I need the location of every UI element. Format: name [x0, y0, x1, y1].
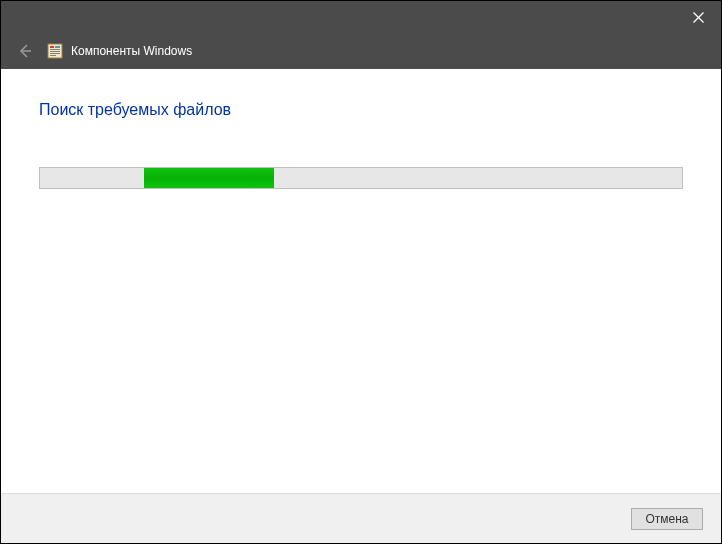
- svg-rect-7: [50, 51, 60, 52]
- content-area: Поиск требуемых файлов: [1, 69, 721, 493]
- header-title: Компоненты Windows: [71, 44, 192, 58]
- close-button[interactable]: [675, 1, 721, 33]
- svg-rect-4: [50, 46, 54, 48]
- svg-rect-6: [50, 49, 60, 50]
- cancel-button[interactable]: Отмена: [631, 508, 703, 530]
- header-bar: Компоненты Windows: [1, 33, 721, 69]
- svg-rect-9: [50, 55, 56, 56]
- svg-rect-8: [50, 53, 60, 54]
- progress-fill: [144, 168, 274, 188]
- svg-rect-5: [55, 46, 60, 48]
- status-text: Поиск требуемых файлов: [39, 101, 683, 119]
- footer-bar: Отмена: [1, 493, 721, 543]
- back-button: [15, 41, 35, 61]
- dialog-window: Компоненты Windows Поиск требуемых файло…: [0, 0, 722, 544]
- progress-bar: [39, 167, 683, 189]
- close-icon: [693, 12, 704, 23]
- back-arrow-icon: [17, 43, 33, 59]
- titlebar: [1, 1, 721, 33]
- windows-features-icon: [47, 43, 63, 59]
